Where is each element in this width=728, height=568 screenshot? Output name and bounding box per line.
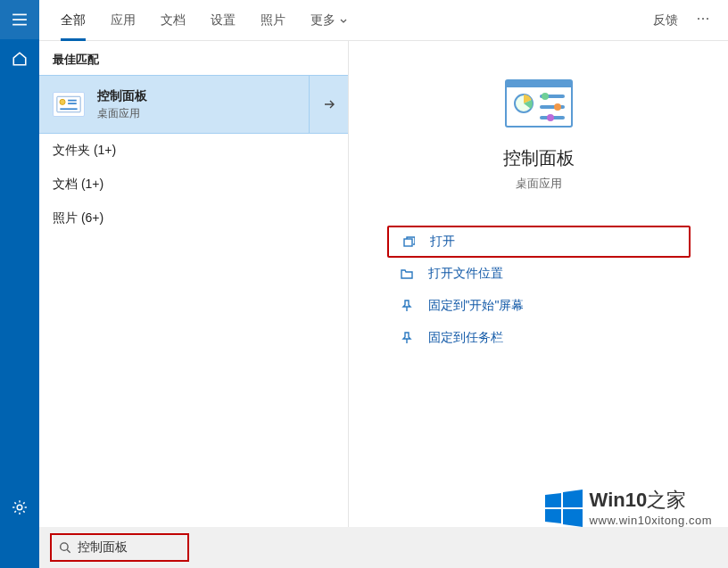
settings-button[interactable] [0,488,39,527]
preview-panel: 控制面板 桌面应用 打开 打开文件位置 [349,41,728,568]
tabs-bar: 全部 应用 文档 设置 照片 更多 反馈 [39,0,728,41]
search-icon [59,540,70,555]
tab-more[interactable]: 更多 [298,0,360,41]
svg-rect-10 [68,103,77,104]
svg-point-18 [554,103,561,111]
expand-result-button[interactable] [309,76,348,133]
svg-point-20 [547,114,554,121]
pin-icon [398,300,416,312]
preview-subtitle: 桌面应用 [516,176,562,192]
svg-point-22 [61,543,68,550]
best-match-result[interactable]: 控制面板 桌面应用 [39,75,348,134]
group-photos[interactable]: 照片 (6+) [39,202,348,235]
nav-rail [0,0,39,568]
action-open-location[interactable]: 打开文件位置 [387,258,691,290]
result-title: 控制面板 [97,88,147,104]
svg-point-5 [702,18,704,20]
action-open-label: 打开 [430,234,455,250]
tab-docs[interactable]: 文档 [148,0,198,41]
control-panel-large-icon [504,77,574,130]
control-panel-icon [53,92,85,117]
svg-point-8 [60,99,65,104]
hamburger-icon [12,12,28,28]
preview-title: 控制面板 [503,146,575,170]
action-pin-start-label: 固定到"开始"屏幕 [428,298,525,314]
svg-line-23 [67,550,70,553]
home-icon [12,51,28,67]
chevron-down-icon [339,16,348,25]
action-pin-taskbar[interactable]: 固定到任务栏 [387,322,691,354]
best-match-header: 最佳匹配 [39,41,348,75]
pin-icon [398,332,416,344]
action-open-location-label: 打开文件位置 [428,266,503,282]
result-subtitle: 桌面应用 [97,106,147,121]
svg-point-16 [542,93,549,100]
gear-icon [12,499,28,515]
svg-rect-11 [60,108,77,110]
tab-apps[interactable]: 应用 [98,0,148,41]
group-documents[interactable]: 文档 (1+) [39,168,348,202]
results-panel: 最佳匹配 控制面板 [39,41,349,568]
action-open[interactable]: 打开 [387,226,691,258]
more-options-button[interactable] [687,12,719,29]
svg-point-3 [17,505,22,510]
action-pin-taskbar-label: 固定到任务栏 [428,330,503,346]
home-button[interactable] [0,39,39,78]
svg-rect-13 [506,80,572,87]
search-box[interactable] [50,533,189,562]
action-pin-start[interactable]: 固定到"开始"屏幕 [387,290,691,322]
tab-photos[interactable]: 照片 [248,0,298,41]
feedback-button[interactable]: 反馈 [644,12,687,29]
folder-icon [398,268,416,280]
open-icon [400,235,418,248]
tab-settings[interactable]: 设置 [198,0,248,41]
svg-point-4 [698,18,699,20]
svg-rect-9 [68,100,77,102]
search-bar [39,527,728,568]
tab-more-label: 更多 [310,12,335,29]
menu-button[interactable] [0,0,39,39]
group-folders[interactable]: 文件夹 (1+) [39,134,348,168]
svg-point-6 [707,18,708,20]
svg-rect-21 [404,239,412,246]
search-input[interactable] [78,540,180,555]
tab-all[interactable]: 全部 [48,0,98,41]
arrow-right-icon [322,97,336,111]
ellipsis-icon [696,12,710,26]
